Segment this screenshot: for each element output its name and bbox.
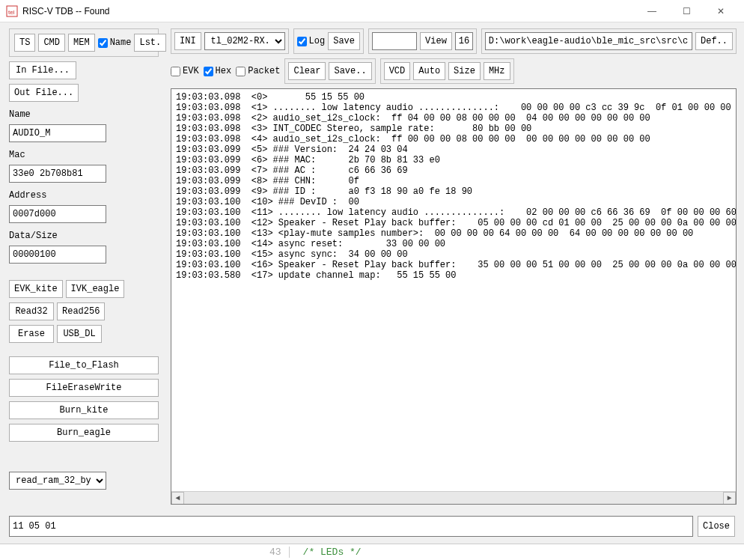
view-count-input[interactable]	[455, 32, 473, 50]
cmd-button[interactable]: CMD	[38, 34, 65, 52]
evk-eagle-button[interactable]: IVK_eagle	[66, 280, 125, 298]
in-file-button[interactable]: In File...	[9, 61, 76, 79]
clear-button[interactable]: Clear	[288, 62, 326, 80]
ini-panel: INI tl_02M2-RX.i	[171, 28, 289, 54]
burn-eagle-button[interactable]: Burn_eagle	[9, 424, 159, 442]
svg-text:tel: tel	[8, 9, 15, 16]
usb-dl-button[interactable]: USB_DL	[57, 325, 102, 343]
log-area[interactable]: 19:03:03.098 <0> 55 15 55 00 19:03:03.09…	[171, 88, 737, 505]
read32-button[interactable]: Read32	[9, 302, 54, 320]
scroll-left-icon[interactable]: ◄	[171, 492, 184, 505]
path-input[interactable]	[485, 32, 692, 50]
evk-checkbox[interactable]: EVK	[171, 66, 199, 76]
data-size-input[interactable]	[9, 246, 106, 264]
auto-button[interactable]: Auto	[413, 62, 445, 80]
log-panel: Log Save	[293, 28, 364, 54]
ini-select[interactable]: tl_02M2-RX.i	[204, 32, 285, 50]
name-label: Name	[9, 109, 159, 120]
editor-comment: /* LEDs */	[303, 547, 362, 558]
clear-save-panel: Clear Save..	[284, 58, 375, 84]
erase-button[interactable]: Erase	[9, 325, 54, 343]
save-button[interactable]: Save	[328, 32, 360, 50]
view-blank-input[interactable]	[372, 32, 417, 50]
command-input[interactable]	[9, 516, 693, 537]
background-editor-strip: 43 /* LEDs */	[0, 544, 744, 560]
read-ram-select[interactable]: read_ram_32_byt	[9, 472, 106, 490]
close-button[interactable]: Close	[698, 516, 735, 537]
log-checkbox[interactable]: Log	[297, 36, 326, 46]
top-left-panel: TS CMD MEM Name Lst.	[9, 28, 159, 57]
window-title: RISC-V TDB -- Found	[22, 6, 635, 16]
mem-button[interactable]: MEM	[68, 34, 95, 52]
path-panel: Def..	[481, 28, 737, 54]
minimize-button[interactable]: —	[635, 0, 669, 22]
file-to-flash-button[interactable]: File_to_Flash	[9, 356, 159, 374]
vcd-panel: VCD Auto Size MHz	[380, 58, 514, 84]
ts-button[interactable]: TS	[14, 34, 35, 52]
view-panel: View	[368, 28, 477, 54]
burn-kite-button[interactable]: Burn_kite	[9, 401, 159, 419]
def-button[interactable]: Def..	[695, 32, 733, 50]
view-button[interactable]: View	[420, 32, 452, 50]
mhz-button[interactable]: MHz	[484, 62, 510, 80]
evk-kite-button[interactable]: EVK_kite	[9, 280, 63, 298]
lst-button[interactable]: Lst.	[134, 34, 166, 52]
scroll-right-icon[interactable]: ►	[723, 492, 736, 505]
size-button[interactable]: Size	[448, 62, 481, 80]
close-window-button[interactable]: ✕	[704, 0, 738, 22]
name-checkbox[interactable]: Name	[98, 37, 132, 48]
vcd-button[interactable]: VCD	[384, 62, 411, 80]
log-content: 19:03:03.098 <0> 55 15 55 00 19:03:03.09…	[171, 89, 736, 491]
title-bar: tel RISC-V TDB -- Found — ☐ ✕	[0, 0, 744, 22]
save2-button[interactable]: Save..	[329, 62, 371, 80]
address-input[interactable]	[9, 205, 106, 223]
data-size-label: Data/Size	[9, 231, 159, 241]
address-label: Address	[9, 190, 159, 201]
horizontal-scrollbar[interactable]: ◄ ►	[171, 491, 736, 504]
packet-checkbox[interactable]: Packet	[236, 66, 280, 76]
mac-input[interactable]	[9, 165, 106, 183]
name-input[interactable]	[9, 124, 106, 142]
out-file-button[interactable]: Out File...	[9, 84, 79, 102]
scroll-track[interactable]	[184, 492, 723, 505]
file-erase-write-button[interactable]: FileEraseWrite	[9, 379, 159, 397]
name-checkbox-input[interactable]	[98, 38, 108, 48]
read256-button[interactable]: Read256	[57, 302, 105, 320]
maximize-button[interactable]: ☐	[669, 0, 704, 22]
ini-button[interactable]: INI	[174, 32, 201, 50]
app-icon: tel	[6, 5, 18, 17]
editor-line-number: 43	[269, 547, 290, 558]
mac-label: Mac	[9, 150, 159, 160]
hex-checkbox[interactable]: Hex	[204, 66, 232, 76]
